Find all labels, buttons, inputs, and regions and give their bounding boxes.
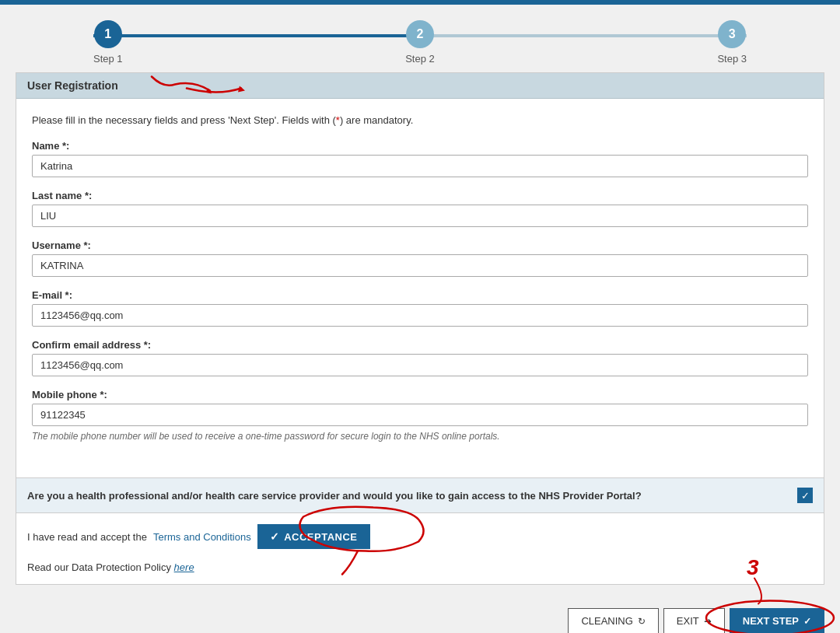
name-input[interactable] — [32, 155, 808, 177]
confirm-email-input[interactable] — [32, 354, 808, 376]
registration-form: User Registration Please fill in the nec… — [16, 72, 824, 585]
step-circle-2: 2 — [406, 20, 434, 48]
data-protection-row: Read our Data Protection Policy here — [16, 557, 824, 584]
step-circle-3: 3 — [718, 20, 746, 48]
name-label: Name *: — [32, 140, 808, 152]
data-protection-text: Read our Data Protection Policy — [27, 561, 171, 573]
step-label-2: Step 2 — [405, 53, 435, 65]
checkmark-icon: ✓ — [803, 616, 811, 627]
step-1: 1 Step 1 — [93, 20, 123, 65]
cleaning-button[interactable]: CLEANING ↻ — [568, 608, 658, 633]
email-input[interactable] — [32, 304, 808, 327]
lastname-input[interactable] — [32, 205, 808, 227]
page-wrapper: 1 Step 1 2 Step 2 3 Step 3 — [0, 0, 840, 633]
cleaning-label: CLEANING — [581, 615, 632, 627]
step-3: 3 Step 3 — [717, 20, 747, 65]
confirm-email-label: Confirm email address *: — [32, 339, 808, 351]
terms-row: I have read and accept the Terms and Con… — [16, 513, 824, 557]
acceptance-label: ACCEPTANCE — [284, 531, 357, 543]
username-group: Username *: — [32, 240, 808, 277]
terms-text: I have read and accept the — [27, 531, 147, 543]
form-body: Please fill in the necessary fields and … — [16, 99, 824, 470]
main-container: 1 Step 1 2 Step 2 3 Step 3 — [0, 5, 840, 633]
health-professional-text: Are you a health professional and/or hea… — [27, 490, 789, 502]
lastname-group: Last name *: — [32, 190, 808, 227]
data-protection-link[interactable]: here — [174, 561, 194, 573]
acceptance-check-icon: ✓ — [270, 530, 280, 543]
acceptance-button[interactable]: ✓ ACCEPTANCE — [257, 524, 370, 549]
health-professional-checkbox[interactable]: ✓ — [797, 488, 813, 503]
terms-link[interactable]: Terms and Conditions — [153, 531, 251, 543]
mobile-group: Mobile phone *: The mobile phone number … — [32, 389, 808, 442]
exit-label: EXIT — [677, 615, 699, 627]
username-input[interactable] — [32, 254, 808, 277]
bottom-buttons: CLEANING ↻ EXIT ➜ NEXT STEP ✓ — [0, 600, 840, 633]
next-step-label: NEXT STEP — [743, 615, 799, 627]
confirm-email-group: Confirm email address *: — [32, 339, 808, 376]
name-group: Name *: — [32, 140, 808, 177]
step-label-3: Step 3 — [717, 53, 747, 65]
step-label-1: Step 1 — [93, 53, 123, 65]
form-description: Please fill in the necessary fields and … — [32, 114, 808, 126]
mobile-label: Mobile phone *: — [32, 389, 808, 400]
email-label: E-mail *: — [32, 289, 808, 301]
username-label: Username *: — [32, 240, 808, 251]
step-circle-1: 1 — [94, 20, 122, 48]
next-step-button[interactable]: NEXT STEP ✓ — [730, 608, 824, 633]
refresh-icon: ↻ — [638, 616, 646, 627]
email-group: E-mail *: — [32, 289, 808, 327]
phone-note: The mobile phone number will be used to … — [32, 431, 808, 442]
exit-icon: ➜ — [704, 616, 712, 627]
health-professional-row: Are you a health professional and/or hea… — [16, 477, 824, 513]
form-header: User Registration — [16, 73, 824, 99]
step-2: 2 Step 2 — [405, 20, 435, 65]
lastname-label: Last name *: — [32, 190, 808, 201]
mobile-input[interactable] — [32, 404, 808, 426]
progress-section: 1 Step 1 2 Step 2 3 Step 3 — [0, 5, 840, 72]
exit-button[interactable]: EXIT ➜ — [663, 608, 725, 633]
